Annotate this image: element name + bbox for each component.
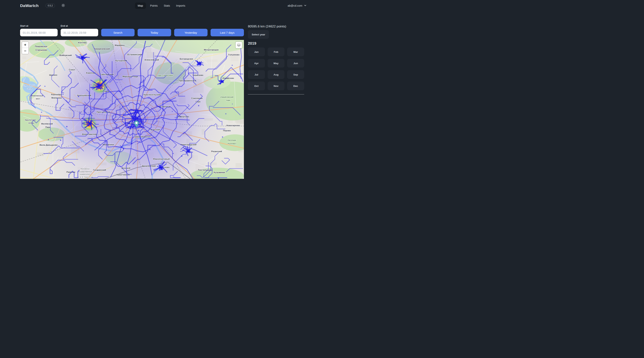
tab-imports[interactable]: Imports	[174, 3, 187, 9]
map[interactable]: КоптевоПокровское-СтрешневоТимирязевский…	[20, 40, 244, 179]
svg-text:Сокол: Сокол	[69, 68, 75, 71]
month-button-oct[interactable]: Oct	[248, 82, 265, 90]
today-button[interactable]: Today	[138, 29, 171, 36]
svg-text:Южнопортовый: Южнопортовый	[153, 158, 170, 160]
svg-text:им. М. В. Ломоносова: им. М. В. Ломоносова	[77, 176, 93, 178]
svg-text:Останкинский: Останкинский	[127, 53, 142, 56]
content: Start at End at Search Today Yesterday L…	[0, 25, 322, 179]
svg-text:Замоскворечье: Замоскворечье	[134, 136, 150, 138]
layers-icon	[237, 43, 241, 47]
months-grid: Jan Feb Mar Apr May Jun Jul Aug Sep Oct …	[248, 47, 304, 90]
svg-text:Красносельский: Красносельский	[144, 93, 161, 96]
version-badge: 0.5.2	[46, 3, 55, 8]
svg-text:парк Сокольники: парк Сокольники	[158, 74, 173, 76]
app-logo[interactable]: DaWarIch	[20, 3, 39, 8]
svg-text:холмы: холмы	[28, 122, 34, 124]
svg-text:Живописный: Живописный	[31, 95, 43, 97]
zoom-in-button[interactable]: +	[22, 42, 28, 48]
distance-points-stat: 80595.6 km (24622 points)	[248, 25, 304, 28]
month-button-mar[interactable]: Mar	[287, 47, 304, 56]
month-button-jun[interactable]: Jun	[287, 59, 304, 68]
layers-control-button[interactable]	[236, 42, 242, 48]
month-button-nov[interactable]: Nov	[268, 82, 285, 90]
svg-text:Марфино: Марфино	[115, 44, 125, 46]
month-button-apr[interactable]: Apr	[248, 59, 265, 68]
svg-text:Покровское-: Покровское-	[35, 45, 48, 47]
svg-text:Алексеевский: Алексеевский	[144, 59, 159, 61]
user-email: ab@cd.com	[288, 4, 302, 7]
filters-bar: Start at End at Search Today Yesterday L…	[20, 25, 244, 36]
yesterday-button[interactable]: Yesterday	[174, 29, 208, 36]
month-button-feb[interactable]: Feb	[268, 47, 285, 56]
user-menu[interactable]: ab@cd.com	[288, 4, 306, 7]
svg-text:Парк: Парк	[45, 126, 50, 128]
svg-text:Даниловский: Даниловский	[142, 165, 156, 167]
svg-text:Мнёвники: Мнёвники	[51, 97, 62, 99]
navbar: DaWarIch 0.5.2 Map Points Stats Imports …	[0, 0, 322, 11]
sidebar-divider	[248, 94, 304, 94]
theme-toggle[interactable]	[62, 3, 65, 8]
main-tabs: Map Points Stats Imports	[135, 2, 187, 9]
select-year-button[interactable]: Select year	[248, 30, 269, 39]
svg-text:Московский: Московский	[80, 168, 90, 170]
map-zoom-control: + −	[22, 42, 28, 54]
tab-points[interactable]: Points	[148, 3, 160, 9]
tab-stats[interactable]: Stats	[162, 3, 172, 9]
last-7-days-button[interactable]: Last 7 days	[210, 29, 244, 36]
svg-text:Перово: Перово	[223, 129, 231, 132]
map-pin-marker[interactable]	[134, 121, 139, 129]
svg-text:«Кусково»: «Кусково»	[227, 143, 236, 145]
svg-text:залив: залив	[27, 87, 32, 89]
svg-text:мост: мост	[36, 98, 40, 100]
svg-text:Коптево: Коптево	[78, 41, 86, 44]
chevron-down-icon	[304, 4, 306, 7]
svg-text:Фили-Давыдково: Фили-Давыдково	[40, 144, 58, 146]
end-at-input[interactable]	[61, 29, 98, 36]
zoom-out-button[interactable]: −	[22, 48, 28, 54]
svg-text:Гольяново: Гольяново	[228, 53, 239, 56]
svg-text:Кузьминки: Кузьминки	[214, 171, 225, 174]
start-at-input[interactable]	[20, 29, 58, 36]
svg-text:Новогиреево: Новогиреево	[226, 124, 240, 127]
svg-text:парк: парк	[226, 99, 230, 101]
month-button-sep[interactable]: Sep	[287, 70, 304, 79]
map-canvas: КоптевоПокровское-СтрешневоТимирязевский…	[20, 40, 244, 179]
svg-text:Рязанский: Рязанский	[211, 150, 222, 153]
svg-text:университет: университет	[80, 173, 90, 175]
sun-icon	[62, 3, 65, 8]
year-heading: 2019	[248, 41, 304, 46]
tab-map[interactable]: Map	[135, 2, 146, 9]
svg-text:Богородское: Богородское	[180, 58, 193, 60]
svg-text:Измайловский: Измайловский	[220, 96, 234, 98]
svg-text:Лесопарк: Лесопарк	[228, 139, 236, 141]
svg-text:Измайлово: Измайлово	[222, 77, 234, 79]
month-button-dec[interactable]: Dec	[287, 82, 304, 90]
map-column: Start at End at Search Today Yesterday L…	[20, 25, 244, 179]
end-at-label: End at	[61, 25, 98, 27]
month-button-jan[interactable]: Jan	[248, 47, 265, 56]
svg-text:Стрешнево: Стрешнево	[36, 49, 47, 51]
svg-text:государственный: государственный	[78, 171, 92, 173]
svg-text:Строгинский: Строгинский	[23, 84, 35, 86]
month-button-jul[interactable]: Jul	[248, 70, 265, 79]
svg-text:Войковский: Войковский	[59, 54, 72, 56]
month-button-aug[interactable]: Aug	[268, 70, 285, 79]
svg-text:Тимирязевский: Тимирязевский	[94, 48, 110, 50]
svg-text:Метрогородок: Метрогородок	[204, 49, 219, 51]
svg-text:Хорошёво-: Хорошёво-	[51, 93, 62, 96]
svg-text:Дорогомилово: Дорогомилово	[82, 133, 98, 135]
search-button[interactable]: Search	[101, 29, 134, 36]
month-button-may[interactable]: May	[268, 59, 285, 68]
start-at-label: Start at	[20, 25, 58, 27]
sidebar: 80595.6 km (24622 points) Select year 20…	[248, 25, 304, 179]
svg-text:Филёвский: Филёвский	[41, 123, 53, 125]
svg-text:Гагаринский: Гагаринский	[93, 169, 106, 171]
